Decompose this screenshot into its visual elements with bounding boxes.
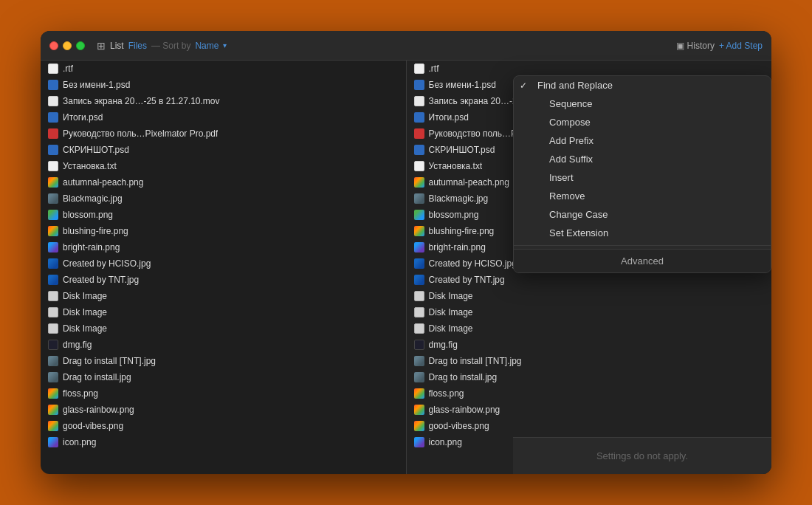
list-item[interactable]: Created by TNT.jpg (41, 272, 406, 288)
list-item[interactable]: autumnal-peach.png (41, 174, 406, 190)
list-item[interactable]: Drag to install [TNT].jpg (41, 353, 406, 369)
file-name: blushing-fire.png (429, 226, 495, 236)
chevron-down-icon[interactable]: ▾ (223, 41, 227, 49)
list-item[interactable]: good-vibes.png (407, 418, 772, 434)
list-item[interactable]: Руководство поль…Pixelmator Pro.pdf (41, 126, 406, 142)
list-item[interactable]: Установка.txt (41, 158, 406, 174)
file-name: floss.png (429, 388, 464, 399)
file-icon (413, 226, 426, 236)
close-button[interactable] (49, 41, 58, 50)
file-icon (413, 275, 426, 285)
file-icon (47, 356, 60, 366)
menu-item-insert[interactable]: Insert (514, 168, 771, 187)
file-name: bright-rain.png (63, 242, 120, 252)
file-name: Руководство поль…Pixelmator Pro.pdf (63, 128, 218, 139)
list-item[interactable]: Drag to install.jpg (407, 369, 772, 385)
file-name: .rtf (63, 63, 73, 74)
list-item[interactable]: Drag to install.jpg (41, 369, 406, 385)
menu-item-compose[interactable]: Compose (514, 113, 771, 131)
titlebar-center: ⊞ List Files — Sort by Name ▾ (91, 40, 670, 52)
file-icon (413, 323, 426, 334)
list-item[interactable]: Drag to install [TNT].jpg (407, 353, 772, 369)
list-item[interactable]: Disk Image (41, 320, 406, 337)
list-item[interactable]: glass-rainbow.png (407, 402, 772, 418)
file-name: good-vibes.png (429, 421, 489, 431)
list-item[interactable]: Disk Image (41, 304, 406, 320)
file-icon (413, 112, 426, 123)
file-name: autumnal-peach.png (429, 177, 509, 188)
file-name: Drag to install [TNT].jpg (63, 356, 156, 366)
list-item[interactable]: blossom.png (41, 207, 406, 223)
file-name: Drag to install.jpg (63, 372, 131, 382)
minimize-button[interactable] (63, 41, 72, 50)
titlebar-files-label[interactable]: Files (128, 41, 147, 51)
list-item[interactable]: .rtf (41, 61, 406, 77)
titlebar-name-label[interactable]: Name (195, 41, 219, 51)
menu-item-add-suffix[interactable]: Add Suffix (514, 150, 771, 168)
list-item[interactable]: Disk Image (41, 288, 406, 304)
file-icon (47, 226, 60, 236)
menu-item-label-sequence: Sequence (549, 98, 593, 109)
list-item[interactable]: good-vibes.png (41, 418, 406, 434)
menu-item-add-prefix[interactable]: Add Prefix (514, 131, 771, 150)
file-name: Created by HCISO.jpg (429, 258, 517, 269)
main-window: ⊞ List Files — Sort by Name ▾ ▣ History … (41, 31, 771, 474)
list-item[interactable]: Итоги.psd (41, 109, 406, 126)
menu-item-sequence[interactable]: Sequence (514, 95, 771, 113)
file-icon (413, 388, 426, 399)
list-item[interactable]: Запись экрана 20…-25 в 21.27.10.mov (41, 93, 406, 109)
file-icon (413, 210, 426, 220)
file-icon (413, 63, 426, 74)
file-icon (413, 193, 426, 204)
file-name: Итоги.psd (429, 112, 469, 123)
list-item[interactable]: dmg.fig (41, 337, 406, 353)
file-name: .rtf (429, 63, 439, 74)
list-item[interactable]: СКРИНШОТ.psd (41, 142, 406, 158)
file-icon (47, 128, 60, 139)
maximize-button[interactable] (76, 41, 85, 50)
menu-item-label-insert: Insert (549, 172, 574, 183)
file-icon (47, 193, 60, 204)
file-icon (47, 372, 60, 382)
history-icon: ▣ (676, 41, 684, 51)
list-item[interactable]: blushing-fire.png (41, 223, 406, 239)
file-name: Created by TNT.jpg (429, 275, 505, 285)
history-button[interactable]: ▣ History (676, 41, 715, 51)
file-icon (47, 307, 60, 317)
file-name: СКРИНШОТ.psd (429, 145, 495, 155)
list-item[interactable]: Created by TNT.jpg (407, 272, 772, 288)
menu-item-remove[interactable]: Remove (514, 187, 771, 205)
file-name: blossom.png (429, 210, 479, 220)
file-name: Disk Image (429, 291, 473, 301)
list-item[interactable]: glass-rainbow.png (41, 402, 406, 418)
list-item[interactable]: Disk Image (407, 304, 772, 320)
file-icon (47, 323, 60, 334)
list-item[interactable]: floss.png (407, 385, 772, 402)
menu-item-label-change-case: Change Case (549, 209, 608, 220)
list-item[interactable]: Blackmagic.jpg (41, 190, 406, 207)
list-item[interactable]: icon.png (41, 434, 406, 450)
file-icon (47, 161, 60, 171)
list-item[interactable]: dmg.fig (407, 337, 772, 353)
file-icon (413, 242, 426, 252)
file-name: dmg.fig (429, 340, 458, 350)
menu-item-change-case[interactable]: Change Case (514, 205, 771, 224)
add-step-label: + Add Step (719, 41, 763, 51)
menu-item-set-extension[interactable]: Set Extension (514, 224, 771, 242)
list-item[interactable]: Created by HCISO.jpg (41, 255, 406, 272)
list-item[interactable]: Disk Image (407, 288, 772, 304)
file-icon (47, 112, 60, 123)
file-name: Created by HCISO.jpg (63, 258, 151, 269)
file-name: icon.png (429, 437, 462, 447)
advanced-option[interactable]: Advanced (514, 249, 771, 272)
list-item[interactable]: Disk Image (407, 320, 772, 337)
menu-item-find-replace[interactable]: ✓Find and Replace (514, 76, 771, 95)
settings-text: Settings do not apply. (596, 450, 688, 461)
file-icon (47, 242, 60, 252)
list-item[interactable]: .rtf (407, 61, 772, 77)
list-item[interactable]: bright-rain.png (41, 239, 406, 255)
list-item[interactable]: Без имени-1.psd (41, 77, 406, 93)
file-name: dmg.fig (63, 340, 92, 350)
add-step-button[interactable]: + Add Step (719, 41, 763, 51)
list-item[interactable]: floss.png (41, 385, 406, 402)
